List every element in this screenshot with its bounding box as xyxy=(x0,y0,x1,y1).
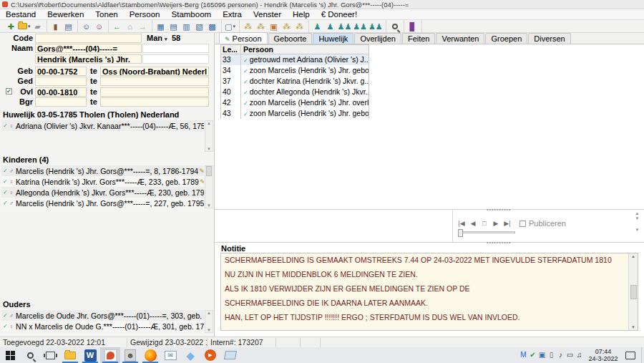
show-desktop-button[interactable] xyxy=(641,347,644,363)
display-icon[interactable]: ▭ xyxy=(565,347,575,363)
children-item[interactable]: ✓♀Katrina (Hendrik 's) Jkvr. Gors***----… xyxy=(1,176,204,187)
home-icon[interactable]: ⌂ xyxy=(125,21,136,32)
title-bar[interactable]: C:\Users\Robert\Documents\Aldfaer\Stambo… xyxy=(0,0,644,9)
forward-icon[interactable]: → xyxy=(137,21,149,32)
splitter-top[interactable] xyxy=(215,209,644,210)
dropdown-caret-icon[interactable]: ▾ xyxy=(233,21,235,32)
new-person-icon[interactable]: ✚ xyxy=(5,21,16,32)
children-item[interactable]: ✓♂Marcelis (Hendrik 's) Jhr. Gors@***---… xyxy=(1,198,204,208)
bgr-place-input[interactable] xyxy=(100,97,209,107)
note-scrollbar[interactable]: ▲▼ xyxy=(628,253,638,330)
table-row[interactable]: 37✓dochter Katrina (Hendrik 's) Jkvr. g.… xyxy=(221,76,369,87)
taskbar-clock[interactable]: 07:44 24-3-2022 xyxy=(587,348,620,363)
givenname-extra-input[interactable] xyxy=(142,54,209,64)
search-icon[interactable] xyxy=(389,21,401,32)
person-group-icon[interactable]: ♟♟ xyxy=(338,21,352,32)
geb-place-input[interactable] xyxy=(100,67,209,76)
tab-diversen[interactable]: Diversen xyxy=(528,33,570,44)
table-row[interactable]: 33✓getrouwd met Adriana (Olivier 's) J..… xyxy=(221,54,369,65)
tab-persoon[interactable]: ✎Persoon xyxy=(219,32,268,44)
children-item[interactable]: ✓♀Allegonda (Hendrik 's) Jkvr. Gors***--… xyxy=(1,187,204,198)
clipboard-icon[interactable]: ▯ xyxy=(547,347,556,363)
children-scrollbar[interactable]: ▼ xyxy=(205,165,213,208)
menu-item-persoon[interactable]: Persoon xyxy=(124,9,166,19)
splitter-grip[interactable]: •••••••••• xyxy=(487,208,515,210)
mail-app[interactable]: ✉ xyxy=(160,347,180,363)
givenname-input[interactable] xyxy=(35,54,142,64)
surname-input[interactable] xyxy=(35,44,142,53)
marriage-item[interactable]: ✓♀Adriana (Olivier 's) Jkvr. Kanaar***--… xyxy=(1,120,204,131)
tab-verwanten[interactable]: Verwanten xyxy=(436,33,484,44)
nav-button-0[interactable]: |◀ xyxy=(457,220,467,227)
menu-item-bewerken[interactable]: Bewerken xyxy=(42,9,89,19)
male-person-icon[interactable]: ☺ xyxy=(81,21,92,32)
parents-item[interactable]: ✓♀NN x Marcelis de Oude G.***-----(01)--… xyxy=(1,321,204,331)
nav-button-3[interactable]: ▶ xyxy=(491,220,501,227)
person-walk-icon[interactable]: ♟ xyxy=(325,21,336,32)
start-button[interactable] xyxy=(0,347,20,363)
mini-scroll-up-down[interactable]: ▲▼ xyxy=(633,211,642,221)
person-group2-icon[interactable]: ♟♟ xyxy=(353,21,367,32)
zoom-slider[interactable] xyxy=(458,231,515,233)
view-family-icon[interactable]: ▤ xyxy=(168,21,180,32)
menu-item-extra[interactable]: Extra xyxy=(217,9,248,19)
menu-item-help[interactable]: Help xyxy=(287,9,316,19)
tab-geboorte[interactable]: Geboorte xyxy=(268,33,313,44)
ovl-place-input[interactable] xyxy=(100,87,209,97)
parents-scrollbar[interactable]: ▲▼ xyxy=(205,310,213,333)
photo-icon[interactable]: ▣ xyxy=(268,21,280,32)
sex-dropdown[interactable]: Man xyxy=(147,34,167,42)
surname-extra-input[interactable] xyxy=(142,44,209,53)
dropdown-caret-icon[interactable]: ▾ xyxy=(28,21,31,32)
table-row[interactable]: 43✓zoon Marcelis (Hendrik 's) Jhr. gebo.… xyxy=(221,108,369,119)
photos-app[interactable]: ☻ xyxy=(120,347,140,363)
taskbar-search-button[interactable] xyxy=(20,347,40,363)
word-app[interactable]: W xyxy=(80,347,100,363)
security-check-icon[interactable]: ✔ xyxy=(528,347,537,363)
action-center-icon[interactable] xyxy=(625,352,635,359)
nav-button-4[interactable]: ▶| xyxy=(502,220,512,227)
table-row[interactable]: 42✓zoon Marcelis (Hendrik 's) Jhr. overl… xyxy=(221,97,369,108)
back-icon[interactable]: ← xyxy=(112,21,123,32)
tab-groepen[interactable]: Groepen xyxy=(485,33,527,44)
splitter-bottom[interactable] xyxy=(215,242,644,243)
person-pair-icon[interactable]: ♟♟ xyxy=(369,21,383,32)
menu-item-bestand[interactable]: Bestand xyxy=(0,9,42,19)
help-book-icon[interactable]: ▊ xyxy=(407,21,419,32)
volume-icon[interactable]: ♪ xyxy=(556,347,565,363)
exit-icon[interactable]: ▮ xyxy=(50,21,62,32)
tab-feiten[interactable]: Feiten xyxy=(402,33,436,44)
window-layout-icon[interactable]: ▢▾ xyxy=(225,21,236,32)
ged-place-input[interactable] xyxy=(100,77,209,86)
view-descendants-icon[interactable]: ▧ xyxy=(194,21,205,32)
view-person-icon[interactable]: ▦ xyxy=(155,21,167,32)
tray-app-icon[interactable]: ▣ xyxy=(537,347,547,363)
splitter-grip-2[interactable]: •••••••••• xyxy=(487,241,515,243)
firefox-app[interactable] xyxy=(140,347,160,363)
table-row[interactable]: 34✓zoon Marcelis (Hendrik 's) Jhr. gebo.… xyxy=(221,65,369,76)
ged-date-input[interactable] xyxy=(35,77,87,86)
children-item[interactable]: ✓♂Marcelis (Hendrik 's) Jhr. Gors@***---… xyxy=(1,165,204,176)
slider-thumb[interactable] xyxy=(458,229,463,237)
mini-dropdown[interactable]: ▼ xyxy=(633,228,642,233)
tab-overlijden[interactable]: Overlijden xyxy=(354,33,401,44)
task-view-button[interactable] xyxy=(40,347,60,363)
mediaplayer-app[interactable]: ▶ xyxy=(200,347,220,363)
publish-checkbox[interactable] xyxy=(519,221,526,227)
view-pedigree-icon[interactable]: ▥ xyxy=(181,21,192,32)
open-archive-icon[interactable]: ▾ xyxy=(18,21,31,32)
female-person-icon[interactable]: ☺ xyxy=(94,21,105,32)
nav-button-1[interactable]: ◀ xyxy=(468,220,478,227)
code-input[interactable] xyxy=(35,34,142,43)
marriage-scrollbar[interactable]: ▲▼ xyxy=(205,120,213,152)
menu-item-doneer[interactable]: € Doneer! xyxy=(316,9,364,19)
stamboom-icon[interactable]: ⁂ xyxy=(243,21,254,32)
kwartierstaat-icon[interactable]: ⁂ xyxy=(255,21,267,32)
malwarebytes-icon[interactable]: M xyxy=(519,347,528,363)
bgr-date-input[interactable] xyxy=(35,97,87,107)
quicksupport-app[interactable]: ◆ xyxy=(180,347,200,363)
ovl-date-input[interactable] xyxy=(35,87,87,97)
table-row[interactable]: 40✓dochter Allegonda (Hendrik 's) Jkvr..… xyxy=(221,87,369,97)
save-icon[interactable]: ▰ xyxy=(32,21,44,32)
notebook-app[interactable] xyxy=(220,347,240,363)
